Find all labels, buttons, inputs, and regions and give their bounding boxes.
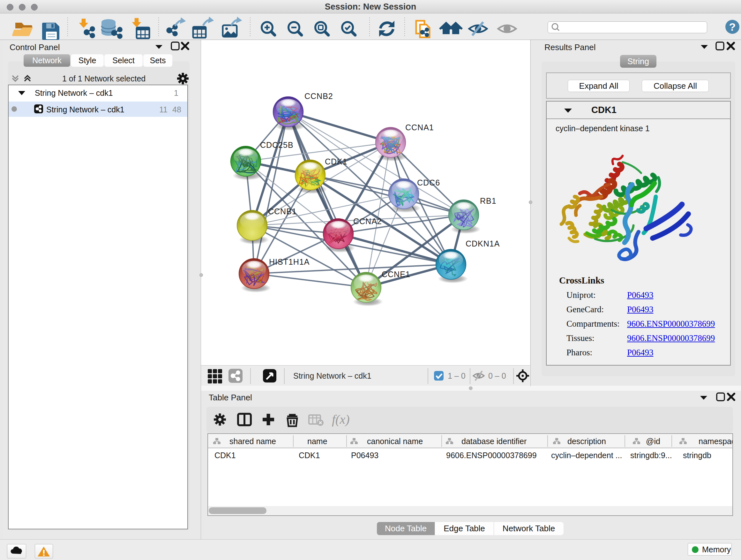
svg-text:namespace: namespace [698, 437, 732, 446]
svg-text:CCNA2: CCNA2 [353, 217, 382, 226]
svg-text:CDC6: CDC6 [417, 178, 440, 187]
svg-text:CCNB2: CCNB2 [305, 91, 333, 101]
svg-text:CCNB1: CCNB1 [268, 207, 297, 216]
svg-text:HIST1H1A: HIST1H1A [269, 257, 310, 266]
svg-text:name: name [307, 437, 327, 446]
svg-text:CCNA1: CCNA1 [405, 123, 434, 132]
svg-text:database identifier: database identifier [461, 437, 527, 446]
svg-text:f(x): f(x) [332, 412, 350, 427]
svg-text:?: ? [729, 21, 736, 33]
svg-text:CDKN1A: CDKN1A [466, 239, 500, 248]
svg-text:canonical name: canonical name [367, 437, 423, 446]
svg-text:CCNE1: CCNE1 [382, 270, 410, 279]
svg-text:String Network – cdk1: String Network – cdk1 [293, 371, 372, 380]
svg-text:RB1: RB1 [480, 196, 496, 205]
svg-text:1 – 0: 1 – 0 [448, 371, 466, 380]
svg-text:0 – 0: 0 – 0 [488, 371, 506, 380]
svg-text:@id: @id [646, 437, 660, 446]
svg-text:CDC25B: CDC25B [260, 140, 293, 149]
svg-text:shared name: shared name [229, 437, 276, 446]
svg-text:description: description [567, 437, 606, 446]
svg-text:CDK1: CDK1 [325, 157, 347, 166]
